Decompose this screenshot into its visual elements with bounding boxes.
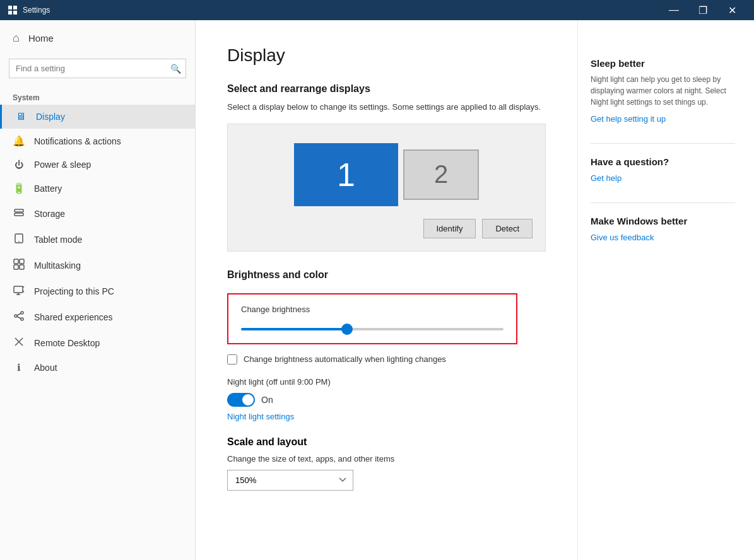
auto-brightness-checkbox[interactable]	[227, 354, 237, 365]
question-section: Have a question? Get help	[591, 156, 735, 184]
sidebar-item-shared-label: Shared experiences	[34, 312, 113, 322]
brightness-slider[interactable]	[241, 328, 504, 330]
select-rearrange-desc: Select a display below to change its set…	[227, 101, 546, 114]
brightness-section: Brightness and color Change brightness C…	[227, 269, 546, 421]
sidebar-item-storage-label: Storage	[34, 209, 65, 219]
sidebar-item-projecting-label: Projecting to this PC	[34, 286, 114, 296]
change-brightness-label: Change brightness	[241, 305, 504, 314]
divider-2	[591, 202, 735, 203]
sidebar-item-tablet[interactable]: Tablet mode	[0, 226, 195, 252]
sleep-title: Sleep better	[591, 58, 735, 69]
svg-rect-2	[8, 11, 12, 15]
search-input[interactable]	[9, 59, 186, 78]
monitor-2-label: 2	[434, 160, 448, 189]
svg-point-17	[15, 315, 17, 317]
detect-button[interactable]: Detect	[482, 219, 533, 238]
question-title: Have a question?	[591, 156, 735, 167]
shared-icon	[13, 310, 25, 324]
identify-button[interactable]: Identify	[423, 219, 476, 238]
storage-icon	[13, 207, 25, 220]
titlebar-title: Settings	[23, 6, 659, 15]
scale-desc: Change the size of text, apps, and other…	[227, 454, 546, 464]
sleep-section: Sleep better Night light can help you ge…	[591, 58, 735, 124]
home-label: Home	[28, 33, 54, 44]
svg-rect-10	[14, 265, 18, 269]
close-button[interactable]: ✕	[717, 0, 746, 20]
auto-brightness-row: Change brightness automatically when lig…	[227, 354, 546, 365]
svg-rect-3	[13, 11, 17, 15]
sidebar-item-about[interactable]: ℹ About	[0, 356, 195, 380]
sidebar-item-power[interactable]: ⏻ Power & sleep	[0, 153, 195, 176]
titlebar: Settings — ❐ ✕	[0, 0, 754, 20]
monitor-1-label: 1	[337, 156, 355, 194]
svg-line-20	[17, 313, 21, 315]
search-wrapper: 🔍	[9, 59, 186, 78]
sidebar-item-display-label: Display	[36, 112, 65, 122]
svg-point-19	[21, 318, 23, 320]
about-icon: ℹ	[13, 362, 25, 373]
page-title: Display	[227, 45, 546, 66]
divider-1	[591, 143, 735, 144]
select-rearrange-title: Select and rearrange displays	[227, 83, 546, 95]
night-light-settings-link[interactable]: Night light settings	[227, 412, 546, 421]
feedback-section: Make Windows better Give us feedback	[591, 216, 735, 243]
display-buttons: Identify Detect	[423, 219, 533, 238]
sidebar-item-battery-label: Battery	[34, 184, 62, 194]
remote-icon	[13, 336, 25, 349]
svg-rect-4	[15, 209, 23, 212]
battery-icon: 🔋	[13, 182, 25, 194]
sidebar-section-label: System	[0, 88, 195, 105]
minimize-button[interactable]: —	[659, 0, 688, 20]
monitor-2[interactable]: 2	[403, 149, 479, 200]
svg-rect-1	[13, 6, 17, 9]
scale-layout-section: Scale and layout Change the size of text…	[227, 436, 546, 491]
feedback-link[interactable]: Give us feedback	[591, 233, 654, 242]
night-light-toggle[interactable]	[227, 393, 255, 407]
monitors-row: 1 2	[294, 143, 479, 206]
auto-brightness-label: Change brightness automatically when lig…	[244, 354, 446, 364]
sidebar-item-tablet-label: Tablet mode	[34, 235, 82, 245]
scale-select[interactable]: 100% 125% 150% 175% 200%	[227, 470, 353, 491]
scale-layout-title: Scale and layout	[227, 436, 546, 448]
night-light-label: Night light (off until 9:00 PM)	[227, 377, 546, 387]
titlebar-icon	[8, 5, 18, 15]
home-nav-item[interactable]: ⌂ Home	[0, 20, 195, 56]
sidebar-item-display[interactable]: 🖥 Display	[0, 105, 195, 129]
toggle-knob	[242, 394, 254, 405]
brightness-color-title: Brightness and color	[227, 269, 546, 281]
svg-rect-8	[14, 259, 18, 264]
svg-point-18	[21, 312, 23, 314]
sidebar: ⌂ Home 🔍 System 🖥 Display 🔔 Notification…	[0, 20, 196, 560]
app-container: ⌂ Home 🔍 System 🖥 Display 🔔 Notification…	[0, 20, 754, 560]
brightness-box: Change brightness	[227, 293, 517, 344]
sidebar-item-projecting[interactable]: Projecting to this PC	[0, 278, 195, 304]
sidebar-item-notifications[interactable]: 🔔 Notifications & actions	[0, 129, 195, 153]
projecting-icon	[13, 284, 25, 298]
sidebar-item-about-label: About	[34, 363, 57, 373]
svg-rect-9	[20, 259, 24, 264]
svg-rect-5	[15, 213, 23, 216]
toggle-row: On	[227, 393, 546, 407]
monitor-1[interactable]: 1	[294, 143, 398, 206]
notifications-icon: 🔔	[13, 135, 25, 147]
display-icon: 🖥	[15, 111, 27, 122]
question-link[interactable]: Get help	[591, 173, 621, 183]
feedback-title: Make Windows better	[591, 216, 735, 226]
right-panel: Sleep better Night light can help you ge…	[577, 20, 754, 560]
sleep-link[interactable]: Get help setting it up	[591, 114, 666, 124]
maximize-button[interactable]: ❐	[688, 0, 717, 20]
sidebar-item-remote[interactable]: Remote Desktop	[0, 330, 195, 356]
sidebar-item-multitasking[interactable]: Multitasking	[0, 252, 195, 278]
sidebar-item-battery[interactable]: 🔋 Battery	[0, 176, 195, 201]
svg-rect-11	[20, 265, 24, 269]
multitasking-icon	[13, 259, 25, 272]
sidebar-item-shared[interactable]: Shared experiences	[0, 304, 195, 330]
search-icon[interactable]: 🔍	[170, 64, 181, 74]
power-icon: ⏻	[13, 160, 25, 170]
main-content: Display Select and rearrange displays Se…	[196, 20, 577, 560]
svg-line-21	[17, 317, 21, 318]
sidebar-item-storage[interactable]: Storage	[0, 201, 195, 226]
sidebar-item-remote-label: Remote Desktop	[34, 338, 100, 348]
sidebar-item-notifications-label: Notifications & actions	[34, 136, 121, 146]
sidebar-item-multitasking-label: Multitasking	[34, 260, 81, 271]
